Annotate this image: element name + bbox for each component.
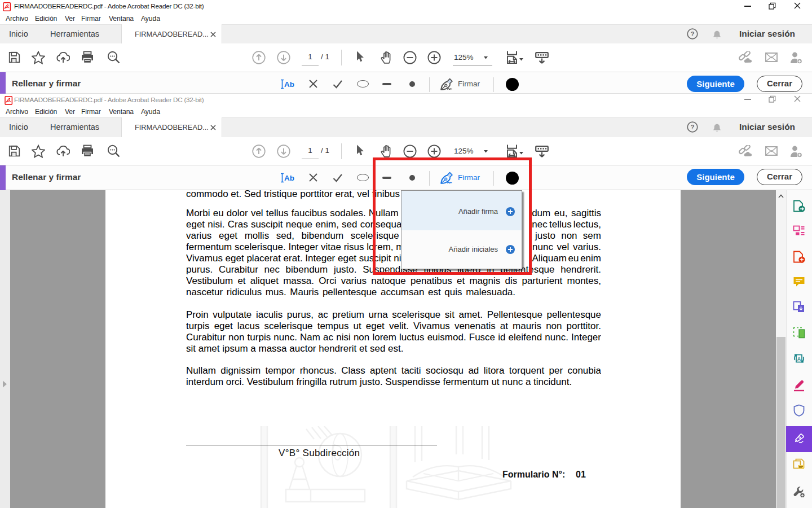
svg-text:Ab: Ab bbox=[284, 80, 294, 89]
svg-text:A: A bbox=[797, 356, 801, 362]
svg-text:Ab: Ab bbox=[284, 174, 294, 182]
svg-text:?: ? bbox=[690, 30, 694, 37]
svg-text:?: ? bbox=[690, 124, 694, 130]
